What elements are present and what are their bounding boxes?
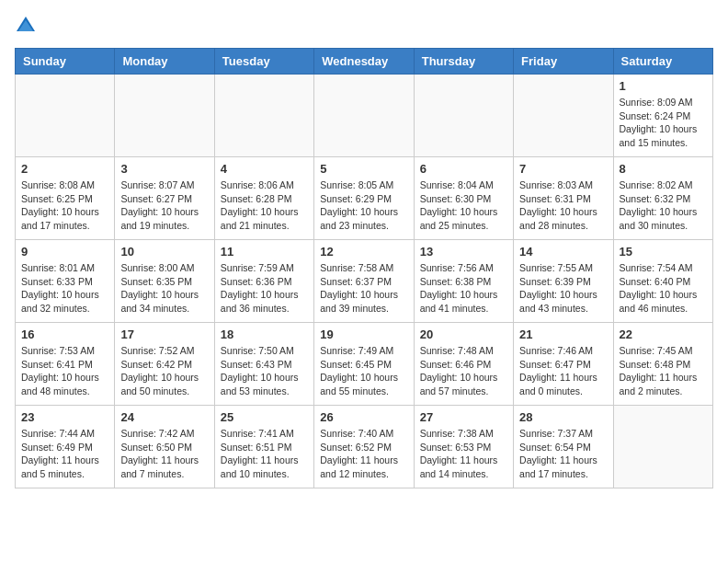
day-number: 27 — [420, 410, 507, 424]
calendar-cell — [613, 406, 712, 488]
day-number: 25 — [221, 410, 308, 424]
weekday-header-monday: Monday — [115, 49, 214, 75]
day-info: Sunrise: 7:49 AM Sunset: 6:45 PM Dayligh… — [320, 344, 407, 398]
day-number: 11 — [221, 245, 308, 259]
calendar-cell: 20Sunrise: 7:48 AM Sunset: 6:46 PM Dayli… — [414, 323, 513, 406]
day-number: 19 — [320, 327, 407, 341]
calendar-cell: 28Sunrise: 7:37 AM Sunset: 6:54 PM Dayli… — [514, 406, 613, 488]
weekday-header-sunday: Sunday — [16, 49, 115, 75]
day-info: Sunrise: 7:53 AM Sunset: 6:41 PM Dayligh… — [21, 344, 108, 398]
logo — [15, 15, 39, 37]
day-number: 23 — [21, 410, 108, 424]
calendar-cell: 27Sunrise: 7:38 AM Sunset: 6:53 PM Dayli… — [414, 406, 513, 488]
calendar-body: 1Sunrise: 8:09 AM Sunset: 6:24 PM Daylig… — [16, 75, 713, 488]
day-info: Sunrise: 7:40 AM Sunset: 6:52 PM Dayligh… — [320, 427, 407, 481]
calendar-cell: 14Sunrise: 7:55 AM Sunset: 6:39 PM Dayli… — [514, 240, 613, 323]
day-info: Sunrise: 7:59 AM Sunset: 6:36 PM Dayligh… — [221, 261, 308, 316]
day-number: 21 — [519, 327, 607, 341]
calendar-cell: 9Sunrise: 8:01 AM Sunset: 6:33 PM Daylig… — [16, 240, 115, 323]
weekday-header-tuesday: Tuesday — [214, 49, 313, 75]
day-info: Sunrise: 7:48 AM Sunset: 6:46 PM Dayligh… — [420, 344, 507, 398]
day-number: 6 — [420, 162, 507, 176]
day-number: 5 — [320, 162, 407, 176]
calendar-cell: 25Sunrise: 7:41 AM Sunset: 6:51 PM Dayli… — [214, 406, 313, 488]
day-info: Sunrise: 8:02 AM Sunset: 6:32 PM Dayligh… — [620, 178, 707, 233]
calendar-cell: 16Sunrise: 7:53 AM Sunset: 6:41 PM Dayli… — [16, 323, 115, 406]
weekday-header-row: SundayMondayTuesdayWednesdayThursdayFrid… — [16, 49, 713, 75]
calendar-cell: 6Sunrise: 8:04 AM Sunset: 6:30 PM Daylig… — [414, 157, 513, 240]
day-info: Sunrise: 7:50 AM Sunset: 6:43 PM Dayligh… — [221, 344, 308, 398]
day-info: Sunrise: 7:37 AM Sunset: 6:54 PM Dayligh… — [519, 427, 607, 481]
calendar-cell: 22Sunrise: 7:45 AM Sunset: 6:48 PM Dayli… — [613, 323, 712, 406]
day-number: 2 — [21, 162, 108, 176]
day-number: 3 — [120, 162, 208, 176]
day-number: 22 — [620, 327, 707, 341]
day-number: 1 — [620, 79, 707, 93]
calendar-cell: 8Sunrise: 8:02 AM Sunset: 6:32 PM Daylig… — [613, 157, 712, 240]
calendar-week-row-2: 2Sunrise: 8:08 AM Sunset: 6:25 PM Daylig… — [16, 157, 713, 240]
day-info: Sunrise: 7:52 AM Sunset: 6:42 PM Dayligh… — [120, 344, 208, 398]
day-info: Sunrise: 8:00 AM Sunset: 6:35 PM Dayligh… — [120, 261, 208, 316]
day-number: 7 — [519, 162, 607, 176]
day-info: Sunrise: 7:41 AM Sunset: 6:51 PM Dayligh… — [221, 427, 308, 481]
calendar-cell: 11Sunrise: 7:59 AM Sunset: 6:36 PM Dayli… — [214, 240, 313, 323]
day-number: 10 — [120, 245, 208, 259]
calendar-cell: 26Sunrise: 7:40 AM Sunset: 6:52 PM Dayli… — [314, 406, 414, 488]
day-info: Sunrise: 8:06 AM Sunset: 6:28 PM Dayligh… — [221, 178, 308, 233]
day-info: Sunrise: 8:07 AM Sunset: 6:27 PM Dayligh… — [120, 178, 208, 233]
calendar-cell: 12Sunrise: 7:58 AM Sunset: 6:37 PM Dayli… — [314, 240, 414, 323]
weekday-header-friday: Friday — [514, 49, 613, 75]
day-info: Sunrise: 7:54 AM Sunset: 6:40 PM Dayligh… — [620, 261, 707, 316]
day-info: Sunrise: 7:45 AM Sunset: 6:48 PM Dayligh… — [620, 344, 707, 398]
day-number: 26 — [320, 410, 407, 424]
day-info: Sunrise: 7:58 AM Sunset: 6:37 PM Dayligh… — [320, 261, 407, 316]
day-info: Sunrise: 7:44 AM Sunset: 6:49 PM Dayligh… — [21, 427, 108, 481]
calendar-header: SundayMondayTuesdayWednesdayThursdayFrid… — [16, 49, 713, 75]
day-info: Sunrise: 8:05 AM Sunset: 6:29 PM Dayligh… — [320, 178, 407, 233]
day-info: Sunrise: 7:46 AM Sunset: 6:47 PM Dayligh… — [519, 344, 607, 398]
calendar-cell: 13Sunrise: 7:56 AM Sunset: 6:38 PM Dayli… — [414, 240, 513, 323]
day-info: Sunrise: 8:01 AM Sunset: 6:33 PM Dayligh… — [21, 261, 108, 316]
day-number: 18 — [221, 327, 308, 341]
day-number: 16 — [21, 327, 108, 341]
calendar-cell: 3Sunrise: 8:07 AM Sunset: 6:27 PM Daylig… — [115, 157, 214, 240]
day-number: 14 — [519, 245, 607, 259]
calendar-cell: 15Sunrise: 7:54 AM Sunset: 6:40 PM Dayli… — [613, 240, 712, 323]
day-info: Sunrise: 8:04 AM Sunset: 6:30 PM Dayligh… — [420, 178, 507, 233]
day-number: 15 — [620, 245, 707, 259]
day-info: Sunrise: 8:08 AM Sunset: 6:25 PM Dayligh… — [21, 178, 108, 233]
weekday-header-thursday: Thursday — [414, 49, 513, 75]
day-number: 9 — [21, 245, 108, 259]
day-info: Sunrise: 7:56 AM Sunset: 6:38 PM Dayligh… — [420, 261, 507, 316]
calendar-cell: 1Sunrise: 8:09 AM Sunset: 6:24 PM Daylig… — [613, 75, 712, 157]
day-number: 12 — [320, 245, 407, 259]
calendar-cell: 2Sunrise: 8:08 AM Sunset: 6:25 PM Daylig… — [16, 157, 115, 240]
calendar-week-row-4: 16Sunrise: 7:53 AM Sunset: 6:41 PM Dayli… — [16, 323, 713, 406]
day-number: 20 — [420, 327, 507, 341]
weekday-header-saturday: Saturday — [613, 49, 712, 75]
calendar-cell — [16, 75, 115, 157]
calendar-week-row-3: 9Sunrise: 8:01 AM Sunset: 6:33 PM Daylig… — [16, 240, 713, 323]
day-number: 13 — [420, 245, 507, 259]
calendar-cell: 21Sunrise: 7:46 AM Sunset: 6:47 PM Dayli… — [514, 323, 613, 406]
calendar-week-row-5: 23Sunrise: 7:44 AM Sunset: 6:49 PM Dayli… — [16, 406, 713, 488]
calendar-cell — [514, 75, 613, 157]
header — [15, 15, 713, 37]
calendar-cell: 10Sunrise: 8:00 AM Sunset: 6:35 PM Dayli… — [115, 240, 214, 323]
calendar-table: SundayMondayTuesdayWednesdayThursdayFrid… — [15, 48, 713, 488]
calendar-cell: 4Sunrise: 8:06 AM Sunset: 6:28 PM Daylig… — [214, 157, 313, 240]
calendar-cell: 19Sunrise: 7:49 AM Sunset: 6:45 PM Dayli… — [314, 323, 414, 406]
calendar-cell: 24Sunrise: 7:42 AM Sunset: 6:50 PM Dayli… — [115, 406, 214, 488]
calendar-cell: 17Sunrise: 7:52 AM Sunset: 6:42 PM Dayli… — [115, 323, 214, 406]
day-number: 17 — [120, 327, 208, 341]
calendar-cell — [414, 75, 513, 157]
day-info: Sunrise: 7:42 AM Sunset: 6:50 PM Dayligh… — [120, 427, 208, 481]
calendar-cell — [314, 75, 414, 157]
day-info: Sunrise: 7:38 AM Sunset: 6:53 PM Dayligh… — [420, 427, 507, 481]
day-number: 4 — [221, 162, 308, 176]
weekday-header-wednesday: Wednesday — [314, 49, 414, 75]
calendar-cell: 5Sunrise: 8:05 AM Sunset: 6:29 PM Daylig… — [314, 157, 414, 240]
calendar-cell: 23Sunrise: 7:44 AM Sunset: 6:49 PM Dayli… — [16, 406, 115, 488]
calendar-cell: 18Sunrise: 7:50 AM Sunset: 6:43 PM Dayli… — [214, 323, 313, 406]
day-info: Sunrise: 7:55 AM Sunset: 6:39 PM Dayligh… — [519, 261, 607, 316]
